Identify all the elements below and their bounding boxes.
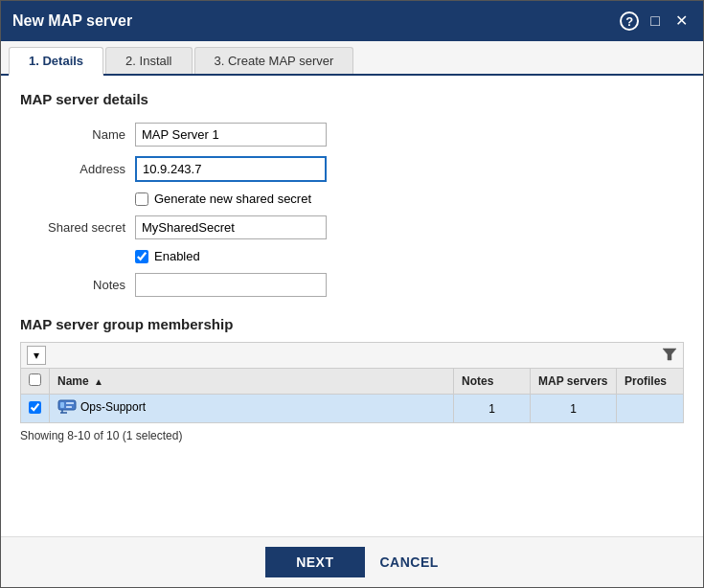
row-checkbox-cell[interactable] xyxy=(21,395,50,423)
group-section-title: MAP server group membership xyxy=(20,316,684,332)
svg-rect-3 xyxy=(66,402,74,404)
tabs-bar: 1. Details 2. Install 3. Create MAP serv… xyxy=(1,41,703,76)
col-header-name[interactable]: Name ▲ xyxy=(50,369,454,395)
col-name-label: Name xyxy=(57,374,89,388)
enabled-label: Enabled xyxy=(154,249,200,263)
main-content: MAP server details Name Address Generate… xyxy=(1,76,703,536)
table-row[interactable]: Ops-Support 1 1 xyxy=(21,395,684,423)
table-toolbar: ▾ xyxy=(20,342,684,368)
filter-button[interactable] xyxy=(662,347,677,365)
cancel-button[interactable]: CANCEL xyxy=(380,554,439,570)
col-header-notes[interactable]: Notes xyxy=(454,369,531,395)
titlebar: New MAP server ? □ ✕ xyxy=(1,1,703,41)
row-name-cell: Ops-Support xyxy=(50,395,454,423)
content-area: MAP server details Name Address Generate… xyxy=(1,76,703,536)
toolbar-dropdown[interactable]: ▾ xyxy=(27,346,46,365)
generate-secret-label: Generate new shared secret xyxy=(154,192,311,206)
generate-secret-row: Generate new shared secret xyxy=(135,192,684,206)
row-mapservers-cell: 1 xyxy=(531,395,617,423)
tab-details[interactable]: 1. Details xyxy=(9,47,103,76)
tab-create-map[interactable]: 3. Create MAP server xyxy=(194,47,354,74)
notes-input[interactable] xyxy=(135,273,327,297)
svg-rect-4 xyxy=(66,406,72,408)
help-button[interactable]: ? xyxy=(620,11,639,31)
address-input[interactable] xyxy=(135,156,327,182)
notes-label: Notes xyxy=(20,278,125,292)
col-header-checkbox[interactable] xyxy=(21,369,50,395)
notes-row: Notes xyxy=(20,273,684,297)
footer: NEXT CANCEL xyxy=(1,536,703,587)
dropdown-arrow-icon: ▾ xyxy=(34,349,39,362)
col-header-mapservers[interactable]: MAP servers xyxy=(531,369,617,395)
shared-secret-row: Shared secret xyxy=(20,215,684,239)
window-title: New MAP server xyxy=(12,12,132,30)
enabled-checkbox[interactable] xyxy=(135,250,148,263)
generate-secret-checkbox[interactable] xyxy=(135,192,148,206)
name-row: Name xyxy=(20,123,684,147)
row-checkbox[interactable] xyxy=(29,401,41,414)
shared-secret-label: Shared secret xyxy=(20,220,125,235)
form-section-title: MAP server details xyxy=(20,91,684,107)
name-label: Name xyxy=(20,127,125,142)
group-section: MAP server group membership ▾ xyxy=(20,316,684,442)
tab-install[interactable]: 2. Install xyxy=(105,47,192,74)
select-all-checkbox[interactable] xyxy=(29,373,41,386)
showing-text: Showing 8-10 of 10 (1 selected) xyxy=(20,429,684,442)
close-button[interactable]: ✕ xyxy=(671,11,692,31)
titlebar-controls: ? □ ✕ xyxy=(620,11,692,31)
form-section: MAP server details Name Address Generate… xyxy=(20,91,684,297)
row-notes-cell: 1 xyxy=(454,395,531,423)
filter-icon xyxy=(662,347,677,362)
shared-secret-input[interactable] xyxy=(135,215,327,239)
row-icon-group: Ops-Support xyxy=(57,399,146,415)
svg-rect-2 xyxy=(60,402,64,408)
col-header-profiles[interactable]: Profiles xyxy=(617,369,684,395)
sort-asc-icon: ▲ xyxy=(94,376,103,387)
next-button[interactable]: NEXT xyxy=(265,547,364,577)
row-profiles-cell xyxy=(617,395,684,423)
group-table: Name ▲ Notes MAP servers Profiles xyxy=(20,368,684,423)
address-row: Address xyxy=(20,156,684,182)
main-window: New MAP server ? □ ✕ 1. Details 2. Insta… xyxy=(0,0,704,588)
row-name-text: Ops-Support xyxy=(80,400,146,414)
server-group-icon xyxy=(57,399,77,415)
enabled-row: Enabled xyxy=(135,249,684,263)
name-input[interactable] xyxy=(135,123,327,147)
maximize-button[interactable]: □ xyxy=(647,11,664,31)
address-label: Address xyxy=(20,162,125,176)
svg-marker-0 xyxy=(663,349,676,360)
